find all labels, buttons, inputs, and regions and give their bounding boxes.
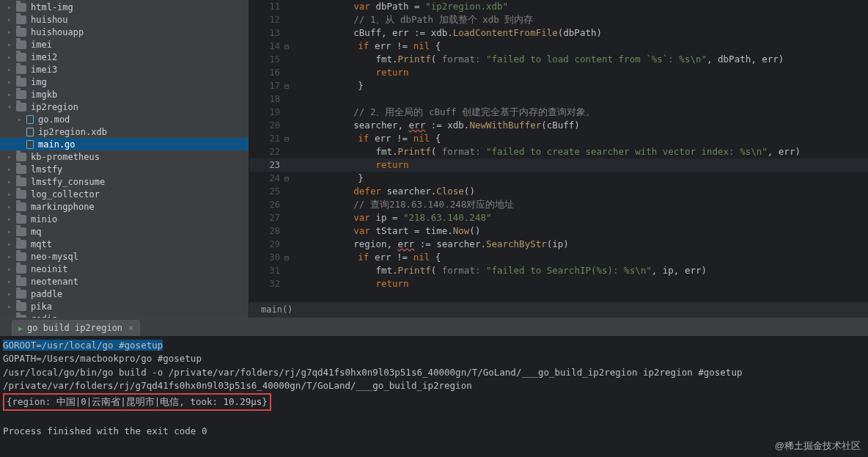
code-text[interactable]: return [287, 158, 409, 172]
chevron-icon[interactable] [7, 240, 15, 248]
chevron-icon[interactable] [7, 290, 15, 298]
code-line[interactable]: 31 fmt.Printf( format: "failed to Search… [249, 264, 868, 277]
tree-folder[interactable]: ip2region [0, 100, 249, 113]
tree-folder[interactable]: neo-mysql [0, 250, 249, 263]
tree-folder[interactable]: huishou [0, 13, 249, 26]
chevron-icon[interactable] [7, 3, 15, 11]
chevron-icon[interactable] [7, 165, 15, 173]
chevron-icon[interactable] [7, 215, 15, 223]
chevron-icon[interactable] [7, 103, 15, 111]
tree-folder[interactable]: lmstfy [0, 163, 249, 175]
code-line[interactable]: 15 fmt.Printf( format: "failed to load c… [249, 53, 868, 66]
tree-folder[interactable]: imgkb [0, 88, 249, 100]
tree-folder[interactable]: lmstfy_consume [0, 175, 249, 188]
tree-file[interactable]: main.go [0, 138, 249, 150]
tree-folder[interactable]: pika [0, 300, 249, 312]
tree-folder[interactable]: paddle [0, 288, 249, 300]
code-text[interactable]: fmt.Printf( format: "failed to SearchIP(… [287, 264, 707, 277]
code-line[interactable]: 21⊟ if err != nil { [249, 132, 868, 145]
code-text[interactable]: return [287, 66, 409, 79]
code-line[interactable]: 29 region, err := searcher.SearchByStr(i… [249, 238, 868, 251]
tree-folder[interactable]: mqtt [0, 238, 249, 250]
chevron-icon[interactable] [7, 178, 15, 186]
code-line[interactable]: 14⊟ if err != nil { [249, 40, 868, 53]
code-line[interactable]: 22 fmt.Printf( format: "failed to create… [249, 145, 868, 158]
code-line[interactable]: 32 return [249, 277, 868, 290]
code-line[interactable]: 23 return [249, 158, 868, 172]
code-text[interactable]: if err != nil { [292, 132, 441, 145]
close-icon[interactable]: × [128, 323, 133, 333]
tree-folder[interactable]: markingphone [0, 200, 249, 213]
code-line[interactable]: 13 cBuff, err := xdb.LoadContentFromFile… [249, 26, 868, 40]
code-editor[interactable]: 11 var dbPath = "ip2region.xdb"12 // 1、从… [249, 0, 868, 318]
code-text[interactable] [287, 92, 353, 106]
code-text[interactable]: cBuff, err := xdb.LoadContentFromFile(db… [287, 26, 602, 40]
chevron-icon[interactable] [7, 28, 15, 36]
code-line[interactable]: 19 // 2、用全局的 cBuff 创建完全基于内存的查询对象。 [249, 106, 868, 119]
code-text[interactable]: var tStart = time.Now() [287, 224, 480, 238]
tree-folder[interactable]: neoinit [0, 263, 249, 275]
tree-folder[interactable]: log_collector [0, 188, 249, 200]
breadcrumb[interactable]: main() [249, 301, 868, 318]
code-text[interactable]: // 查询218.63.140.248对应的地址 [287, 198, 514, 211]
code-text[interactable]: // 2、用全局的 cBuff 创建完全基于内存的查询对象。 [287, 106, 595, 119]
code-line[interactable]: 26 // 查询218.63.140.248对应的地址 [249, 198, 868, 211]
code-text[interactable]: return [287, 277, 409, 290]
tree-file[interactable]: ip2region.xdb [0, 125, 249, 138]
tree-item-label: huishouapp [31, 27, 84, 37]
chevron-icon[interactable] [18, 115, 25, 123]
chevron-icon[interactable] [7, 190, 15, 198]
code-text[interactable]: var ip = "218.63.140.248" [287, 211, 491, 224]
chevron-icon[interactable] [7, 252, 15, 260]
breadcrumb-func[interactable]: main() [261, 304, 293, 315]
run-tab[interactable]: ▶ go build ip2region × [12, 320, 140, 336]
code-line[interactable]: 11 var dbPath = "ip2region.xdb" [249, 0, 868, 13]
tree-folder[interactable]: img [0, 76, 249, 88]
chevron-icon[interactable] [7, 202, 15, 211]
code-line[interactable]: 25 defer searcher.Close() [249, 185, 868, 198]
chevron-icon[interactable] [7, 90, 15, 98]
code-text[interactable]: searcher, err := xdb.NewWithBuffer(cBuff… [287, 119, 580, 132]
code-text[interactable]: } [292, 79, 364, 92]
code-line[interactable]: 20 searcher, err := xdb.NewWithBuffer(cB… [249, 119, 868, 132]
chevron-icon[interactable] [7, 65, 15, 73]
tree-folder[interactable]: minio [0, 213, 249, 225]
tree-folder[interactable]: kb-prometheus [0, 150, 249, 163]
tree-folder[interactable]: imei3 [0, 63, 249, 76]
code-line[interactable]: 28 var tStart = time.Now() [249, 224, 868, 238]
chevron-icon[interactable] [7, 265, 15, 273]
code-text[interactable]: fmt.Printf( format: "failed to create se… [287, 145, 801, 158]
tree-folder[interactable]: huishouapp [0, 26, 249, 38]
chevron-icon[interactable] [7, 302, 15, 310]
code-line[interactable]: 17⊟ } [249, 79, 868, 92]
code-text[interactable]: } [292, 172, 364, 185]
code-line[interactable]: 30⊟ if err != nil { [249, 251, 868, 264]
chevron-icon[interactable] [7, 53, 15, 61]
console-output[interactable]: GOROOT=/usr/local/go #gosetupGOPATH=/Use… [0, 336, 868, 457]
chevron-icon[interactable] [7, 40, 15, 48]
code-text[interactable]: region, err := searcher.SearchByStr(ip) [287, 238, 569, 251]
chevron-icon[interactable] [7, 78, 15, 86]
tree-file[interactable]: go.mod [0, 113, 249, 125]
tree-folder[interactable]: neotenant [0, 275, 249, 288]
code-line[interactable]: 16 return [249, 66, 868, 79]
code-line[interactable]: 18 [249, 92, 868, 106]
chevron-icon[interactable] [7, 153, 15, 161]
project-tree[interactable]: html-imghuishouhuishouappimeiimei2imei3i… [0, 0, 249, 318]
code-text[interactable]: if err != nil { [292, 40, 441, 53]
code-line[interactable]: 27 var ip = "218.63.140.248" [249, 211, 868, 224]
chevron-icon[interactable] [7, 277, 15, 285]
tree-folder[interactable]: imei [0, 38, 249, 51]
code-text[interactable]: // 1、从 dbPath 加载整个 xdb 到内存 [287, 13, 533, 26]
code-text[interactable]: var dbPath = "ip2region.xdb" [287, 0, 508, 13]
code-text[interactable]: fmt.Printf( format: "failed to load cont… [287, 53, 784, 66]
tree-folder[interactable]: imei2 [0, 51, 249, 63]
code-text[interactable]: if err != nil { [292, 251, 441, 264]
chevron-icon[interactable] [7, 227, 15, 235]
chevron-icon[interactable] [7, 15, 15, 23]
code-line[interactable]: 24⊟ } [249, 172, 868, 185]
tree-folder[interactable]: mq [0, 225, 249, 238]
code-text[interactable]: defer searcher.Close() [287, 185, 475, 198]
code-line[interactable]: 12 // 1、从 dbPath 加载整个 xdb 到内存 [249, 13, 868, 26]
tree-folder[interactable]: html-img [0, 1, 249, 13]
